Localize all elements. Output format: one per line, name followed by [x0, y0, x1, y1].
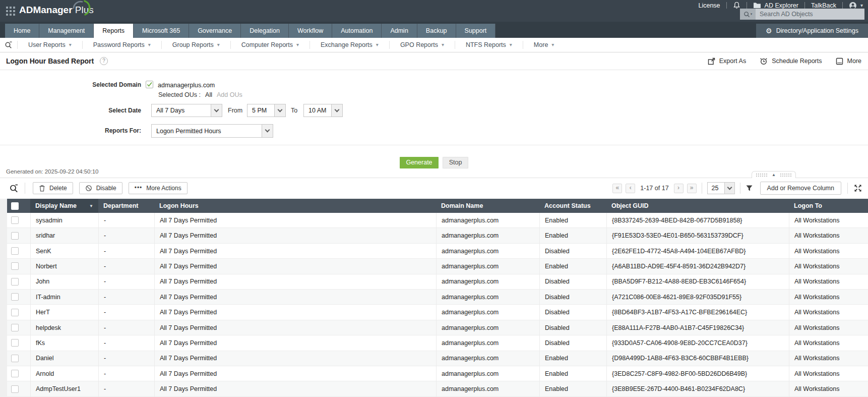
reports-nav-item[interactable]: NTFS Reports▾ — [455, 41, 523, 49]
prev-page-button[interactable]: ‹ — [626, 184, 635, 193]
reports-nav-item[interactable]: More▾ — [523, 41, 565, 49]
row-checkbox[interactable] — [11, 247, 19, 255]
page-size-select[interactable]: 25 — [707, 182, 735, 194]
help-icon[interactable]: ? — [100, 57, 108, 65]
column-header-department[interactable]: Department — [98, 199, 154, 213]
generate-button[interactable]: Generate — [400, 157, 439, 168]
talkback-link[interactable]: TalkBack — [811, 2, 836, 9]
disable-button[interactable]: Disable — [79, 182, 122, 194]
row-checkbox-cell[interactable] — [7, 320, 30, 335]
row-checkbox-cell[interactable] — [7, 290, 30, 304]
next-page-button[interactable]: › — [674, 184, 684, 193]
nav-tab[interactable]: Reports — [94, 24, 134, 38]
selected-ous-label: Selected OUs : — [158, 91, 201, 98]
row-checkbox[interactable] — [11, 232, 19, 240]
row-checkbox[interactable] — [11, 339, 19, 347]
cell-department: - — [98, 259, 154, 273]
nav-tab[interactable]: Governance — [189, 24, 241, 38]
column-header-display-name[interactable]: Display Name▼ — [30, 199, 98, 213]
reports-for-select[interactable]: Logon Permitted Hours — [151, 124, 273, 138]
search-scope-icon[interactable]: ▾ — [740, 9, 756, 20]
nav-tab[interactable]: Automation — [332, 24, 382, 38]
nav-tab[interactable]: Admin — [382, 24, 417, 38]
row-checkbox[interactable] — [11, 278, 19, 286]
export-as-button[interactable]: Export As — [708, 58, 747, 65]
reports-nav-item[interactable]: Password Reports▾ — [82, 41, 161, 49]
row-checkbox-cell[interactable] — [7, 366, 30, 381]
last-page-button[interactable]: » — [687, 184, 697, 193]
row-checkbox[interactable] — [11, 309, 19, 316]
ad-explorer-link[interactable]: AD Explorer — [753, 2, 798, 9]
reports-nav-item[interactable]: Exchange Reports▾ — [309, 41, 389, 49]
cell-logon-hours: All 7 Days Permitted — [154, 381, 436, 396]
row-checkbox-cell[interactable] — [7, 351, 30, 366]
row-checkbox-cell[interactable] — [7, 305, 30, 319]
row-checkbox[interactable] — [11, 355, 19, 362]
select-all-checkbox[interactable] — [7, 199, 30, 213]
from-time-select[interactable]: 5 PM — [247, 104, 286, 117]
table-row: HerT - All 7 Days Permitted admanagerplu… — [7, 305, 868, 320]
nav-tab[interactable]: Workflow — [289, 24, 332, 38]
nav-tab[interactable]: Backup — [417, 24, 456, 38]
row-checkbox-cell[interactable] — [7, 335, 30, 350]
main-nav: HomeManagementReportsMicrosoft 365Govern… — [0, 22, 868, 38]
column-header-domain-name[interactable]: Domain Name — [436, 199, 539, 213]
expand-grid-icon[interactable] — [854, 184, 862, 192]
cell-logon-to: All Workstations — [789, 274, 868, 289]
cell-account-status: Disabled — [539, 274, 606, 289]
domain-checkbox[interactable] — [146, 81, 153, 88]
row-checkbox[interactable] — [11, 216, 19, 224]
row-checkbox[interactable] — [11, 262, 19, 270]
nav-tab[interactable]: Support — [456, 24, 496, 38]
add-remove-column-button[interactable]: Add or Remove Column — [760, 182, 841, 195]
reports-nav-item[interactable]: GPO Reports▾ — [389, 41, 455, 49]
license-link[interactable]: License — [698, 2, 720, 9]
row-checkbox-cell[interactable] — [7, 274, 30, 289]
search-input[interactable]: Search AD Objects — [756, 9, 864, 20]
date-range-select[interactable]: All 7 Days — [151, 104, 222, 117]
row-checkbox[interactable] — [11, 324, 19, 331]
row-checkbox-cell[interactable] — [7, 259, 30, 273]
chevron-down-icon: ▾ — [551, 42, 554, 47]
apps-grid-icon[interactable] — [6, 7, 15, 16]
first-page-button[interactable]: « — [612, 184, 622, 193]
cell-logon-to: All Workstations — [789, 290, 868, 304]
column-header-logon-hours[interactable]: Logon Hours — [154, 199, 436, 213]
reports-nav-item[interactable]: Computer Reports▾ — [230, 41, 309, 49]
row-checkbox-cell[interactable] — [7, 381, 30, 396]
more-actions-button[interactable]: ••• More Actions — [129, 182, 188, 194]
column-header-logon-to[interactable]: Logon To — [789, 199, 868, 213]
column-header-account-status[interactable]: Account Status — [539, 199, 606, 213]
nav-tab[interactable]: Home — [5, 24, 39, 38]
nav-tab[interactable]: Delegation — [241, 24, 289, 38]
more-button[interactable]: More — [836, 58, 861, 65]
delete-button[interactable]: Delete — [33, 182, 73, 194]
nav-tab[interactable]: Management — [39, 24, 94, 38]
reports-search-icon[interactable] — [5, 41, 13, 49]
filter-icon[interactable] — [746, 185, 753, 192]
row-checkbox-cell[interactable] — [7, 228, 30, 243]
row-checkbox[interactable] — [11, 370, 19, 377]
cell-logon-hours: All 7 Days Permitted — [154, 351, 436, 366]
add-ous-link[interactable]: Add OUs — [217, 91, 242, 98]
cell-logon-to: All Workstations — [789, 381, 868, 396]
row-checkbox-cell[interactable] — [7, 244, 30, 258]
cell-account-status: Disabled — [539, 320, 606, 335]
reports-nav-item[interactable]: User Reports▾ — [17, 41, 82, 49]
to-time-select[interactable]: 10 AM — [303, 104, 343, 117]
directory-application-settings-button[interactable]: ⚙ Directory/Application Settings — [756, 24, 868, 38]
column-header-object-guid[interactable]: Object GUID — [606, 199, 789, 213]
notifications-bell-icon[interactable] — [733, 2, 740, 9]
row-checkbox-cell[interactable] — [7, 213, 30, 228]
reports-nav-item[interactable]: Group Reports▾ — [161, 41, 230, 49]
row-checkbox[interactable] — [11, 293, 19, 301]
cell-object-guid: {E88A111A-F27B-4AB0-A1B7-C45F19826C34} — [606, 320, 789, 335]
cell-display-name: IT-admin — [30, 290, 98, 304]
stop-button[interactable]: Stop — [443, 157, 468, 168]
row-checkbox[interactable] — [11, 385, 19, 393]
nav-tab[interactable]: Microsoft 365 — [134, 24, 189, 38]
table-row: sridhar - All 7 Days Permitted admanager… — [7, 228, 868, 243]
schedule-reports-button[interactable]: Schedule Reports — [760, 57, 822, 65]
table-search-icon[interactable] — [9, 184, 19, 193]
collapse-panel-handle[interactable]: ▲ — [752, 171, 796, 178]
